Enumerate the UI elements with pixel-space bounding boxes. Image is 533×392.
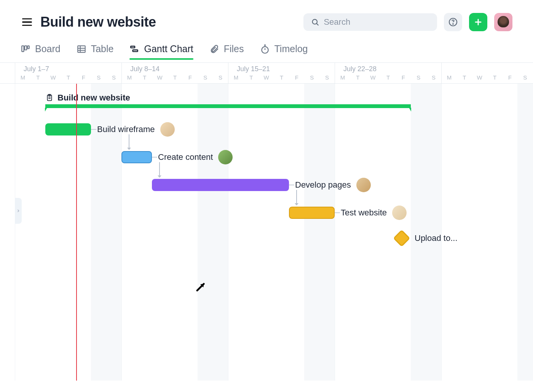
svg-rect-7 [25,46,27,50]
svg-point-3 [453,24,453,24]
task-bar[interactable] [152,179,289,191]
tab-table[interactable]: Table [77,43,114,59]
day-label: F [396,74,411,81]
day-label: T [274,74,289,81]
day-label: F [289,74,304,81]
task-bar[interactable] [289,207,335,219]
task-bar[interactable] [121,151,152,163]
assignee-avatar[interactable] [160,122,175,137]
tab-label: Timelog [274,43,308,54]
week-label: July 22–28 [343,65,377,73]
plus-icon [474,18,483,27]
day-label: W [365,74,381,81]
project-name: Build new website [57,93,130,103]
dependency-arrow [157,162,162,178]
chevron-right-icon [16,209,21,213]
day-label: F [182,74,198,81]
day-label: M [228,74,244,81]
search-icon [311,18,319,27]
day-label: S [517,74,533,81]
gantt-body[interactable]: Build new websiteBuild wireframeCreate c… [0,84,533,381]
task-develop[interactable]: Develop pages [152,178,371,192]
milestone-diamond[interactable] [393,229,410,247]
tab-timelog[interactable]: Timelog [260,43,308,59]
task-label: Create content [158,152,213,162]
user-avatar[interactable] [494,13,512,31]
tabs: Board Table Gantt Chart Files Timelog [0,31,533,59]
tab-label: Files [224,43,244,54]
day-label: W [152,74,168,81]
menu-icon[interactable] [21,17,34,28]
header-right [303,13,512,31]
day-label: S [106,74,121,81]
day-label: W [46,74,61,81]
tab-label: Board [35,43,61,54]
gantt-chart: July 1–7MTWTFSSJuly 8–14MTWTFSSJuly 15–2… [0,62,533,381]
help-button[interactable] [444,13,462,31]
day-label: T [487,74,503,81]
add-button[interactable] [469,13,487,31]
board-icon [21,44,30,54]
day-label: T [137,74,152,81]
assignee-avatar[interactable] [356,178,371,192]
svg-rect-9 [78,46,85,52]
expand-sidebar-button[interactable] [15,198,22,224]
help-icon [448,18,458,27]
day-label: S [198,74,213,81]
week-label: July 8–14 [130,65,160,73]
task-test[interactable]: Test website [289,206,407,220]
tab-gantt[interactable]: Gantt Chart [129,43,193,59]
day-label: T [350,74,365,81]
project-summary-bar[interactable] [45,104,411,108]
task-content[interactable]: Create content [121,150,233,164]
week-label: July 1–7 [24,65,49,73]
tab-board[interactable]: Board [21,43,61,59]
day-label: M [122,74,137,81]
day-label: S [213,74,228,81]
milestone-label: Upload to... [415,233,458,243]
today-indicator [76,84,77,381]
day-label: M [442,74,457,81]
paperclip-icon [209,44,219,54]
day-label: M [15,74,30,81]
tab-label: Gantt Chart [144,43,193,54]
day-label: W [259,74,274,81]
milestone-upload[interactable]: Upload to... [396,232,458,244]
svg-rect-13 [131,46,135,48]
task-label: Develop pages [295,180,351,190]
svg-line-1 [317,24,318,25]
task-wireframe[interactable]: Build wireframe [45,122,175,137]
task-label: Build wireframe [97,124,155,134]
project-row[interactable]: Build new website [45,93,130,103]
day-label: T [61,74,76,81]
page-title: Build new website [40,14,156,30]
gantt-icon [129,44,139,54]
day-label: T [457,74,472,81]
dependency-arrow [294,190,299,206]
day-label: W [472,74,487,81]
day-label: F [76,74,91,81]
clipboard-icon [45,94,54,102]
week-label: July 15–21 [237,65,270,73]
day-label: S [91,74,106,81]
day-label: S [426,74,441,81]
search-box[interactable] [303,13,437,31]
day-label: F [502,74,517,81]
tab-files[interactable]: Files [209,43,244,59]
timeline-header: July 1–7MTWTFSSJuly 8–14MTWTFSSJuly 15–2… [0,62,533,84]
search-input[interactable] [324,17,429,27]
task-bar[interactable] [45,123,91,135]
svg-rect-14 [133,50,138,51]
cursor-icon [195,282,206,292]
assignee-avatar[interactable] [392,206,407,220]
dependency-arrow [127,134,131,150]
header: Build new website [0,0,533,31]
day-label: T [30,74,46,81]
day-label: T [244,74,259,81]
day-label: T [381,74,396,81]
day-label: S [304,74,319,81]
day-label: M [335,74,350,81]
assignee-avatar[interactable] [218,150,233,164]
day-label: S [319,74,335,81]
day-label: S [411,74,426,81]
